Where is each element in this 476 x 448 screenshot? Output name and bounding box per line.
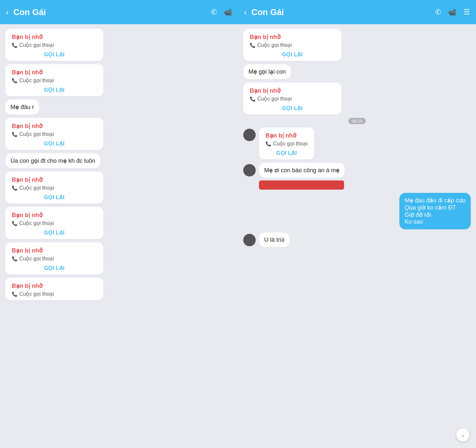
missed-call-subtitle: 📞 Cuộc gọi thoại: [12, 185, 97, 191]
missed-call-title: Bạn bị nhỡ: [12, 33, 97, 41]
left-header-icons: ✆ 📹: [211, 8, 232, 16]
left-chat-panel: ‹ Con Gái ✆ 📹 Bạn bị nhỡ 📞 Cuộc gọi thoạ…: [0, 0, 238, 448]
phone-icon: 📞: [12, 291, 17, 297]
missed-call-title: Bạn bị nhỡ: [12, 282, 97, 289]
missed-call-title: Bạn bị nhỡ: [250, 33, 335, 41]
phone-icon: 📞: [265, 141, 271, 146]
missed-call-card: Bạn bị nhỡ 📞 Cuộc gọi thoại GỌI LẠI: [243, 83, 341, 115]
text-message-left: Ùa con gọi đt cho mẹ kh đc luôn: [5, 153, 101, 168]
missed-call-subtitle: 📞 Cuộc gọi thoại: [12, 77, 97, 84]
missed-call-card: Bạn bị nhỡ 📞 Cuộc gọi thoại GỌI LẠI: [5, 172, 103, 204]
missed-call-subtitle: 📞 Cuộc gọi thoại: [12, 291, 97, 297]
missed-call-subtitle: 📞 Cuộc gọi thoại: [250, 96, 335, 102]
call-back-button[interactable]: GỌI LẠI: [265, 150, 308, 156]
text-message-left: Mẹ ơi con báo công an á mẹ: [259, 163, 345, 178]
right-messages: Bạn bị nhỡ 📞 Cuộc gọi thoại GỌI LẠI Mẹ g…: [238, 24, 476, 448]
missed-call-title: Bạn bị nhỡ: [265, 132, 308, 139]
right-header: ‹ Con Gái ✆ 📹 ☰: [238, 0, 476, 24]
phone-icon: 📞: [12, 185, 17, 191]
call-back-button[interactable]: GỌI LẠI: [250, 51, 335, 58]
missed-call-subtitle: 📞 Cuộc gọi thoại: [12, 255, 97, 262]
right-menu-icon[interactable]: ☰: [464, 8, 470, 16]
left-video-icon[interactable]: 📹: [224, 8, 232, 16]
call-back-button[interactable]: GỌI LẠI: [12, 140, 97, 147]
phone-icon: 📞: [250, 43, 255, 48]
left-back-button[interactable]: ‹: [6, 7, 9, 17]
missed-call-title: Bạn bị nhỡ: [12, 212, 97, 219]
missed-call-title: Bạn bị nhỡ: [12, 122, 97, 130]
right-chat-title: Con Gái: [251, 7, 435, 17]
missed-call-title: Bạn bị nhỡ: [12, 69, 97, 76]
left-header: ‹ Con Gái ✆ 📹: [0, 0, 238, 24]
right-video-icon[interactable]: 📹: [448, 8, 456, 16]
missed-call-subtitle: 📞 Cuộc gọi thoại: [12, 220, 97, 226]
call-back-button[interactable]: GỌI LẠI: [12, 194, 97, 200]
call-back-button[interactable]: GỌI LẠI: [12, 230, 97, 236]
text-message-right: Mẹ đau đầu đi cấp cứu Qua giờ ko cầm ĐT …: [399, 193, 471, 229]
phone-icon: 📞: [12, 256, 17, 261]
missed-call-title: Bạn bị nhỡ: [250, 87, 335, 94]
censored-content-bar: [259, 180, 344, 190]
missed-call-card: Bạn bị nhỡ 📞 Cuộc gọi thoại GỌI LẠI: [243, 29, 341, 61]
avatar: [243, 129, 256, 141]
phone-icon: 📞: [12, 132, 17, 137]
right-call-icon[interactable]: ✆: [435, 8, 441, 16]
missed-call-subtitle: 📞 Cuộc gọi thoại: [265, 140, 308, 147]
missed-call-subtitle: 📞 Cuộc gọi thoại: [12, 131, 97, 137]
message-col: Mẹ ơi con báo công an á mẹ: [259, 163, 345, 190]
missed-call-card: Bạn bị nhỡ 📞 Cuộc gọi thoại GỌI LẠI: [259, 127, 314, 159]
missed-call-card-partial: Bạn bị nhỡ 📞 Cuộc gọi thoại: [5, 278, 103, 300]
call-back-button[interactable]: GỌI LẠI: [12, 265, 97, 271]
right-back-button[interactable]: ‹: [244, 7, 247, 17]
left-chat-title: Con Gái: [13, 7, 211, 17]
call-back-button[interactable]: GỌI LẠI: [250, 105, 335, 111]
text-with-avatar-row: Mẹ ơi con báo công an á mẹ: [243, 163, 471, 190]
text-with-avatar-row: U là trùi: [243, 233, 471, 247]
phone-icon: 📞: [12, 78, 17, 83]
missed-call-subtitle: 📞 Cuộc gọi thoại: [12, 42, 97, 48]
phone-icon: 📞: [12, 43, 17, 48]
right-panel-wrapper: ‹ Con Gái ✆ 📹 ☰ Bạn bị nhỡ 📞 Cuộc gọi th…: [238, 0, 476, 448]
call-back-button[interactable]: GỌI LẠI: [12, 51, 97, 58]
avatar: [243, 234, 256, 246]
missed-call-card: Bạn bị nhỡ 📞 Cuộc gọi thoại GỌI LẠI: [5, 64, 103, 96]
call-back-button[interactable]: GỌI LẠI: [12, 87, 97, 93]
left-call-icon[interactable]: ✆: [211, 8, 217, 16]
missed-call-with-avatar-row: Bạn bị nhỡ 📞 Cuộc gọi thoại GỌI LẠI: [243, 127, 471, 159]
text-message-left: U là trùi: [259, 233, 290, 247]
avatar: [243, 164, 256, 177]
missed-call-card: Bạn bị nhỡ 📞 Cuộc gọi thoại GỌI LẠI: [5, 207, 103, 239]
missed-call-card: Bạn bị nhỡ 📞 Cuộc gọi thoại GỌI LẠI: [5, 29, 103, 61]
missed-call-subtitle: 📞 Cuộc gọi thoại: [250, 42, 335, 48]
missed-call-title: Bạn bị nhỡ: [12, 247, 97, 254]
left-messages: Bạn bị nhỡ 📞 Cuộc gọi thoại GỌI LẠI Bạn …: [0, 24, 238, 448]
scroll-down-button[interactable]: ⌄: [456, 428, 469, 441]
right-header-icons: ✆ 📹 ☰: [435, 8, 470, 16]
missed-call-card: Bạn bị nhỡ 📞 Cuộc gọi thoại GỌI LẠI: [5, 118, 103, 150]
phone-icon: 📞: [12, 221, 17, 226]
phone-icon: 📞: [250, 96, 255, 102]
right-chat-panel: ‹ Con Gái ✆ 📹 ☰ Bạn bị nhỡ 📞 Cuộc gọi th…: [238, 0, 476, 448]
text-message-left: Mẹ đâu r: [5, 100, 39, 115]
missed-call-card: Bạn bị nhỡ 📞 Cuộc gọi thoại GỌI LẠI: [5, 242, 103, 274]
text-message-left: Mẹ gọi lại con: [243, 64, 291, 79]
missed-call-title: Bạn bị nhỡ: [12, 176, 97, 183]
message-timestamp: 08:10: [348, 118, 366, 124]
